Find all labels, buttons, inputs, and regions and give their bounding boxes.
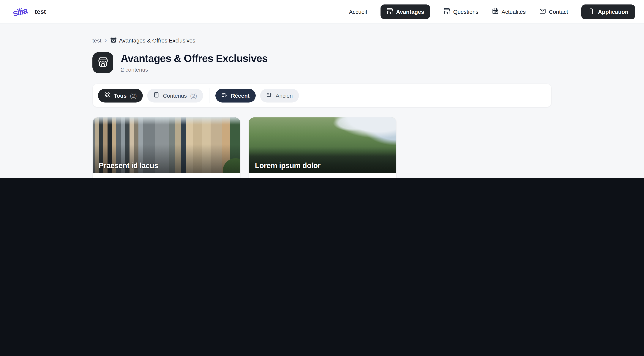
nav-label: Actualités — [502, 8, 526, 15]
workspace-name: test — [35, 8, 46, 16]
filter-contenus-button[interactable]: Contenus (2) — [147, 88, 203, 102]
nav-item-avantages[interactable]: Avantages — [380, 4, 430, 19]
card-body: Lorem ipsum dolor sit amet, consectetur … — [93, 173, 240, 178]
breadcrumb: test › Avantages & Offres Exclusives — [92, 36, 552, 44]
content-card-grid: Praesent id lacus Lorem ipsum dolor sit … — [92, 117, 552, 178]
mail-icon — [539, 8, 546, 16]
filter-label: Contenus — [163, 92, 187, 98]
filter-divider — [209, 88, 209, 103]
card-title: Lorem ipsum dolor — [255, 162, 320, 170]
breadcrumb-current-label: Avantages & Offres Exclusives — [119, 37, 195, 44]
grid-dots-icon — [104, 92, 110, 99]
page-title: Avantages & Offres Exclusives — [121, 52, 268, 64]
sort-recent-button[interactable]: Récent — [215, 88, 256, 102]
nav-label: Questions — [453, 8, 478, 15]
application-button-label: Application — [598, 8, 628, 15]
app-window: silia test Accueil Avantages Questions A… — [0, 0, 644, 178]
nav-label: Accueil — [349, 8, 367, 15]
filter-label: Tous — [114, 92, 126, 98]
breadcrumb-root-link[interactable]: test — [92, 37, 101, 44]
storefront-icon — [110, 36, 116, 44]
filter-toolbar: Tous (2) Contenus (2) Récent Ancien — [92, 84, 552, 107]
calendar-icon — [492, 8, 498, 16]
main-nav: Accueil Avantages Questions Actualités C… — [349, 4, 635, 19]
nav-label: Avantages — [396, 8, 424, 15]
content-container: test › Avantages & Offres Exclusives Ava… — [92, 36, 552, 178]
nav-item-actualites[interactable]: Actualités — [492, 8, 526, 16]
card-title: Praesent id lacus — [99, 162, 158, 170]
nav-item-contact[interactable]: Contact — [539, 8, 568, 16]
storefront-icon — [444, 8, 450, 16]
breadcrumb-current: Avantages & Offres Exclusives — [110, 36, 195, 44]
nav-item-accueil[interactable]: Accueil — [349, 8, 367, 15]
silia-logo[interactable]: silia — [12, 5, 28, 18]
content-card[interactable]: Lorem ipsum dolor Lorem ipsum dolor sit … — [248, 117, 396, 178]
content-card[interactable]: Praesent id lacus Lorem ipsum dolor sit … — [92, 117, 240, 178]
sort-descending-icon — [221, 92, 228, 99]
storefront-icon — [98, 57, 108, 68]
page-header-text: Avantages & Offres Exclusives 2 contenus — [121, 52, 268, 73]
card-cover-image: Lorem ipsum dolor — [249, 118, 396, 173]
sort-label: Récent — [231, 92, 250, 98]
filter-count: (2) — [130, 92, 137, 98]
nav-item-questions[interactable]: Questions — [444, 8, 478, 16]
content-count: 2 contenus — [121, 66, 268, 73]
document-icon — [153, 92, 160, 99]
sort-ancien-button[interactable]: Ancien — [260, 88, 299, 102]
top-navbar: silia test Accueil Avantages Questions A… — [0, 0, 644, 24]
application-button[interactable]: Application — [582, 4, 635, 19]
filter-tous-button[interactable]: Tous (2) — [98, 88, 143, 102]
filter-count: (2) — [190, 92, 197, 98]
page-header: Avantages & Offres Exclusives 2 contenus — [92, 52, 552, 73]
chevron-right-icon: › — [105, 37, 107, 44]
nav-label: Contact — [549, 8, 568, 15]
smartphone-icon — [588, 8, 594, 16]
card-body: Lorem ipsum dolor sit amet, consectetur … — [249, 173, 396, 178]
card-cover-image: Praesent id lacus — [93, 118, 240, 173]
sort-ascending-icon — [266, 92, 272, 99]
section-icon-tile — [92, 52, 113, 73]
sort-label: Ancien — [276, 92, 293, 98]
storefront-icon — [386, 8, 393, 16]
page-sheet: silia test Accueil Avantages Questions A… — [0, 0, 644, 178]
